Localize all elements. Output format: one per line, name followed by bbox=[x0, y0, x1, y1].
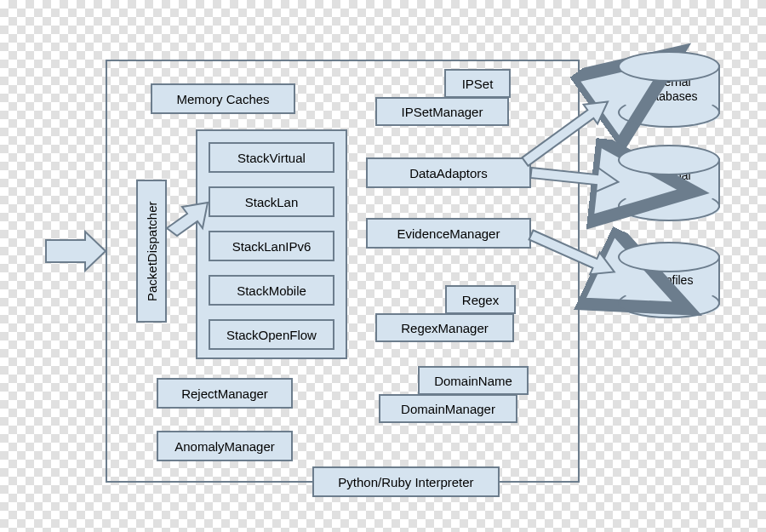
regex-manager-box: RegexManager bbox=[375, 313, 514, 342]
domain-name-box: DomainName bbox=[418, 366, 529, 395]
stack-lan-ipv6-box: StackLanIPv6 bbox=[209, 231, 334, 261]
pcapfiles-label: Pcapfiles bbox=[645, 273, 694, 288]
anomaly-manager-box: AnomalyManager bbox=[157, 431, 293, 461]
evidence-manager-box: EvidenceManager bbox=[366, 218, 531, 249]
memory-caches-box: Memory Caches bbox=[151, 83, 295, 114]
regex-box: Regex bbox=[445, 285, 516, 314]
domain-manager-box: DomainManager bbox=[379, 394, 517, 423]
stack-openflow-box: StackOpenFlow bbox=[209, 319, 334, 350]
ipset-box: IPSet bbox=[444, 69, 511, 98]
external-db-cyl-1: External Databases bbox=[618, 51, 720, 128]
stack-virtual-box: StackVirtual bbox=[209, 142, 334, 173]
stack-mobile-box: StackMobile bbox=[209, 275, 334, 306]
interpreter-box: Python/Ruby Interpreter bbox=[312, 466, 500, 497]
external-db-cyl-2: External Databases bbox=[618, 145, 720, 221]
data-adaptors-box: DataAdaptors bbox=[366, 157, 531, 188]
stack-lan-box: StackLan bbox=[209, 186, 334, 217]
pcapfiles-cyl: Pcapfiles bbox=[618, 242, 720, 318]
input-arrow-icon bbox=[46, 232, 106, 271]
diagram-stage: Memory Caches PacketDispatcher StackVirt… bbox=[0, 0, 766, 532]
reject-manager-box: RejectManager bbox=[157, 378, 293, 409]
packet-dispatcher-box: PacketDispatcher bbox=[136, 180, 167, 323]
ipset-manager-box: IPSetManager bbox=[375, 97, 509, 126]
